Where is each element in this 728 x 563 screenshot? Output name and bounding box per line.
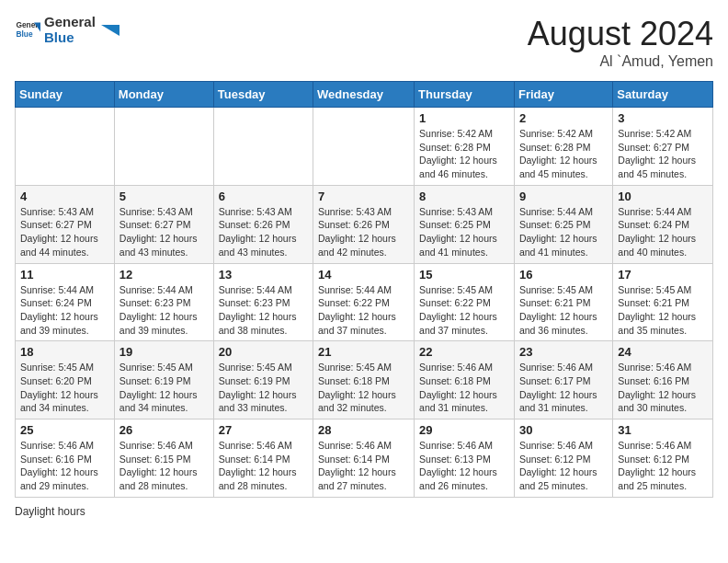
day-number: 21 <box>318 345 409 359</box>
day-info: Sunrise: 5:46 AM Sunset: 6:16 PM Dayligh… <box>618 361 708 415</box>
calendar-cell: 17Sunrise: 5:45 AM Sunset: 6:21 PM Dayli… <box>613 263 713 341</box>
day-number: 1 <box>419 111 509 125</box>
footer-note: Daylight hours <box>15 505 713 518</box>
calendar-table: SundayMondayTuesdayWednesdayThursdayFrid… <box>15 81 713 498</box>
calendar-day-header: Friday <box>514 82 612 108</box>
day-info: Sunrise: 5:44 AM Sunset: 6:24 PM Dayligh… <box>20 283 109 338</box>
calendar-cell <box>313 108 415 186</box>
day-number: 18 <box>20 345 109 359</box>
day-number: 30 <box>519 423 608 437</box>
calendar-cell: 19Sunrise: 5:45 AM Sunset: 6:19 PM Dayli… <box>114 341 213 419</box>
day-number: 19 <box>119 345 209 359</box>
day-info: Sunrise: 5:44 AM Sunset: 6:25 PM Dayligh… <box>519 205 608 259</box>
day-info: Sunrise: 5:46 AM Sunset: 6:16 PM Dayligh… <box>20 439 109 493</box>
day-info: Sunrise: 5:44 AM Sunset: 6:23 PM Dayligh… <box>119 283 209 338</box>
calendar-cell: 2Sunrise: 5:42 AM Sunset: 6:28 PM Daylig… <box>514 108 612 186</box>
day-number: 14 <box>318 268 409 282</box>
calendar-day-header: Sunday <box>16 82 115 108</box>
calendar-cell: 31Sunrise: 5:46 AM Sunset: 6:12 PM Dayli… <box>613 419 713 498</box>
calendar-cell: 11Sunrise: 5:44 AM Sunset: 6:24 PM Dayli… <box>16 263 115 341</box>
calendar-cell: 15Sunrise: 5:45 AM Sunset: 6:22 PM Dayli… <box>415 263 515 341</box>
day-number: 13 <box>219 268 308 282</box>
calendar-cell: 1Sunrise: 5:42 AM Sunset: 6:28 PM Daylig… <box>415 108 515 186</box>
calendar-cell: 10Sunrise: 5:44 AM Sunset: 6:24 PM Dayli… <box>613 185 713 263</box>
title-area: August 2024 Al `Amud, Yemen <box>528 15 713 70</box>
day-number: 15 <box>419 268 509 282</box>
svg-marker-3 <box>101 25 119 36</box>
logo-blue: Blue <box>44 30 96 46</box>
day-info: Sunrise: 5:42 AM Sunset: 6:27 PM Dayligh… <box>618 127 708 181</box>
day-info: Sunrise: 5:46 AM Sunset: 6:12 PM Dayligh… <box>618 439 708 493</box>
calendar-week-row: 25Sunrise: 5:46 AM Sunset: 6:16 PM Dayli… <box>16 419 713 498</box>
day-number: 2 <box>519 111 608 125</box>
day-number: 27 <box>219 423 308 437</box>
calendar-cell: 4Sunrise: 5:43 AM Sunset: 6:27 PM Daylig… <box>16 185 115 263</box>
calendar-cell <box>16 108 115 186</box>
day-info: Sunrise: 5:45 AM Sunset: 6:21 PM Dayligh… <box>519 283 608 338</box>
day-info: Sunrise: 5:46 AM Sunset: 6:17 PM Dayligh… <box>519 361 608 415</box>
day-number: 22 <box>419 345 509 359</box>
calendar-cell: 16Sunrise: 5:45 AM Sunset: 6:21 PM Dayli… <box>514 263 612 341</box>
calendar-cell <box>213 108 313 186</box>
calendar-cell: 9Sunrise: 5:44 AM Sunset: 6:25 PM Daylig… <box>514 185 612 263</box>
calendar-header-row: SundayMondayTuesdayWednesdayThursdayFrid… <box>16 82 713 108</box>
day-info: Sunrise: 5:46 AM Sunset: 6:14 PM Dayligh… <box>219 439 308 493</box>
day-info: Sunrise: 5:46 AM Sunset: 6:18 PM Dayligh… <box>419 361 509 415</box>
logo-general: General <box>44 15 96 30</box>
day-info: Sunrise: 5:46 AM Sunset: 6:13 PM Dayligh… <box>419 439 509 493</box>
calendar-day-header: Monday <box>114 82 213 108</box>
day-number: 17 <box>618 268 708 282</box>
calendar-cell: 28Sunrise: 5:46 AM Sunset: 6:14 PM Dayli… <box>313 419 415 498</box>
calendar-cell: 21Sunrise: 5:45 AM Sunset: 6:18 PM Dayli… <box>313 341 415 419</box>
calendar-cell: 8Sunrise: 5:43 AM Sunset: 6:25 PM Daylig… <box>415 185 515 263</box>
calendar-cell <box>114 108 213 186</box>
day-info: Sunrise: 5:43 AM Sunset: 6:25 PM Dayligh… <box>419 205 509 259</box>
calendar-day-header: Tuesday <box>213 82 313 108</box>
day-number: 6 <box>219 190 308 203</box>
day-number: 31 <box>618 423 708 437</box>
calendar-cell: 18Sunrise: 5:45 AM Sunset: 6:20 PM Dayli… <box>16 341 115 419</box>
calendar-week-row: 4Sunrise: 5:43 AM Sunset: 6:27 PM Daylig… <box>16 185 713 263</box>
day-info: Sunrise: 5:43 AM Sunset: 6:26 PM Dayligh… <box>318 205 409 259</box>
month-title: August 2024 <box>528 15 713 53</box>
day-info: Sunrise: 5:43 AM Sunset: 6:26 PM Dayligh… <box>219 205 308 259</box>
day-info: Sunrise: 5:45 AM Sunset: 6:22 PM Dayligh… <box>419 283 509 338</box>
day-info: Sunrise: 5:45 AM Sunset: 6:18 PM Dayligh… <box>318 361 409 415</box>
calendar-cell: 7Sunrise: 5:43 AM Sunset: 6:26 PM Daylig… <box>313 185 415 263</box>
day-number: 4 <box>20 190 109 203</box>
location-title: Al `Amud, Yemen <box>528 53 713 70</box>
calendar-cell: 25Sunrise: 5:46 AM Sunset: 6:16 PM Dayli… <box>16 419 115 498</box>
calendar-cell: 13Sunrise: 5:44 AM Sunset: 6:23 PM Dayli… <box>213 263 313 341</box>
day-number: 25 <box>20 423 109 437</box>
day-number: 9 <box>519 190 608 203</box>
day-number: 3 <box>618 111 708 125</box>
day-info: Sunrise: 5:42 AM Sunset: 6:28 PM Dayligh… <box>419 127 509 181</box>
header: General Blue General Blue August 2024 Al… <box>15 15 713 70</box>
day-info: Sunrise: 5:45 AM Sunset: 6:19 PM Dayligh… <box>119 361 209 415</box>
day-info: Sunrise: 5:45 AM Sunset: 6:19 PM Dayligh… <box>219 361 308 415</box>
calendar-cell: 20Sunrise: 5:45 AM Sunset: 6:19 PM Dayli… <box>213 341 313 419</box>
day-info: Sunrise: 5:44 AM Sunset: 6:23 PM Dayligh… <box>219 283 308 338</box>
day-info: Sunrise: 5:46 AM Sunset: 6:15 PM Dayligh… <box>119 439 209 493</box>
day-info: Sunrise: 5:43 AM Sunset: 6:27 PM Dayligh… <box>20 205 109 259</box>
calendar-cell: 14Sunrise: 5:44 AM Sunset: 6:22 PM Dayli… <box>313 263 415 341</box>
calendar-week-row: 11Sunrise: 5:44 AM Sunset: 6:24 PM Dayli… <box>16 263 713 341</box>
day-info: Sunrise: 5:45 AM Sunset: 6:21 PM Dayligh… <box>618 283 708 338</box>
logo-wordmark: General Blue <box>44 15 96 45</box>
day-number: 28 <box>318 423 409 437</box>
calendar-cell: 24Sunrise: 5:46 AM Sunset: 6:16 PM Dayli… <box>613 341 713 419</box>
logo-icon: General Blue <box>15 17 40 43</box>
day-number: 26 <box>119 423 209 437</box>
calendar-day-header: Wednesday <box>313 82 415 108</box>
day-info: Sunrise: 5:46 AM Sunset: 6:14 PM Dayligh… <box>318 439 409 493</box>
day-number: 8 <box>419 190 509 203</box>
day-info: Sunrise: 5:44 AM Sunset: 6:22 PM Dayligh… <box>318 283 409 338</box>
day-number: 24 <box>618 345 708 359</box>
day-number: 5 <box>119 190 209 203</box>
day-info: Sunrise: 5:42 AM Sunset: 6:28 PM Dayligh… <box>519 127 608 181</box>
day-number: 11 <box>20 268 109 282</box>
day-number: 12 <box>119 268 209 282</box>
calendar-cell: 12Sunrise: 5:44 AM Sunset: 6:23 PM Dayli… <box>114 263 213 341</box>
calendar-cell: 23Sunrise: 5:46 AM Sunset: 6:17 PM Dayli… <box>514 341 612 419</box>
calendar-cell: 26Sunrise: 5:46 AM Sunset: 6:15 PM Dayli… <box>114 419 213 498</box>
